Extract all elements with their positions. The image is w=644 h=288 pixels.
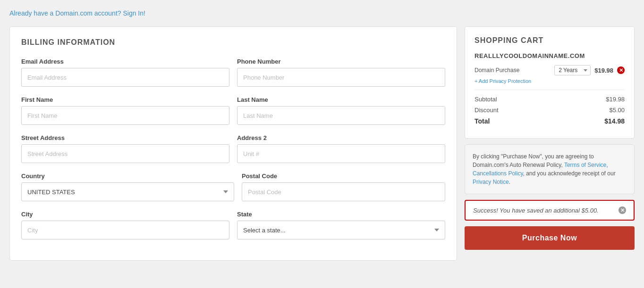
total-row: Total $14.98 (475, 117, 625, 125)
discount-label: Discount (475, 107, 499, 114)
country-label: Country (21, 173, 234, 180)
street-group: Street Address (21, 134, 229, 163)
subtotal-row: Subtotal $19.98 (475, 96, 625, 103)
success-close-button[interactable]: ✕ (619, 206, 626, 214)
city-label: City (21, 211, 229, 218)
cart-item-price: $19.98 (594, 67, 613, 74)
last-name-input[interactable] (237, 106, 445, 125)
city-group: City (21, 211, 229, 239)
email-group: Email Address (21, 58, 229, 87)
postal-group: Postal Code (242, 173, 445, 201)
domain-name: REALLLYCOOLDOMAINNAME.COM (475, 52, 625, 59)
city-input[interactable] (21, 221, 229, 239)
cancellations-link[interactable]: Cancellations Policy (473, 170, 523, 177)
state-group: State Select a state... Alabama Alaska C… (237, 211, 445, 239)
phone-label: Phone Number (237, 58, 445, 65)
success-message: Success! You have saved an additional $5… (473, 207, 599, 214)
cart-item-remove-button[interactable]: ✕ (617, 66, 625, 74)
privacy-link[interactable]: Privacy Notice (473, 179, 509, 185)
add-privacy-link[interactable]: + Add Privacy Protection (475, 78, 625, 84)
postal-input[interactable] (242, 182, 445, 201)
last-name-group: Last Name (237, 96, 445, 125)
cart-box: SHOPPING CART REALLLYCOOLDOMAINNAME.COM … (465, 26, 635, 139)
address-row: Street Address Address 2 (21, 134, 445, 163)
total-label: Total (475, 117, 490, 125)
cart-totals: Subtotal $19.98 Discount $5.00 Total $14… (475, 96, 625, 125)
country-select[interactable]: UNITED STATES CANADA UNITED KINGDOM (21, 182, 234, 201)
country-postal-row: Country UNITED STATES CANADA UNITED KING… (21, 173, 445, 201)
tos-link[interactable]: Terms of Service (564, 162, 606, 168)
policy-text-after: , and you acknowledge receipt of our (523, 170, 616, 177)
success-banner: Success! You have saved an additional $5… (465, 200, 635, 221)
email-label: Email Address (21, 58, 229, 65)
main-container: BILLING INFORMATION Email Address Phone … (9, 26, 635, 261)
name-row: First Name Last Name (21, 96, 445, 125)
cart-item-row: Domain Purchase 1 Year 2 Years 3 Years 5… (475, 65, 625, 75)
phone-group: Phone Number (237, 58, 445, 87)
billing-section: BILLING INFORMATION Email Address Phone … (9, 26, 457, 261)
policy-box: By clicking "Purchase Now", you are agre… (465, 144, 635, 194)
email-input[interactable] (21, 68, 229, 87)
years-dropdown[interactable]: 1 Year 2 Years 3 Years 5 Years 10 Years (554, 65, 591, 75)
cart-divider (475, 90, 625, 90)
subtotal-label: Subtotal (475, 96, 497, 103)
state-select[interactable]: Select a state... Alabama Alaska Califor… (237, 221, 445, 239)
address2-group: Address 2 (237, 134, 445, 163)
billing-title: BILLING INFORMATION (21, 38, 445, 47)
cart-item-label: Domain Purchase (475, 67, 551, 74)
city-state-row: City State Select a state... Alabama Ala… (21, 211, 445, 239)
address2-label: Address 2 (237, 134, 445, 141)
policy-comma: , (606, 162, 608, 168)
last-name-label: Last Name (237, 96, 445, 103)
discount-value: $5.00 (609, 107, 625, 114)
policy-period: . (509, 179, 510, 185)
cart-title: SHOPPING CART (475, 36, 625, 45)
purchase-now-button[interactable]: Purchase Now (465, 226, 635, 250)
first-name-input[interactable] (21, 106, 229, 125)
street-input[interactable] (21, 144, 229, 163)
state-label: State (237, 211, 445, 218)
first-name-group: First Name (21, 96, 229, 125)
email-phone-row: Email Address Phone Number (21, 58, 445, 87)
discount-row: Discount $5.00 (475, 107, 625, 114)
cart-section: SHOPPING CART REALLLYCOOLDOMAINNAME.COM … (465, 26, 635, 250)
subtotal-value: $19.98 (606, 96, 625, 103)
country-group: Country UNITED STATES CANADA UNITED KING… (21, 173, 234, 201)
total-value: $14.98 (604, 117, 625, 125)
first-name-label: First Name (21, 96, 229, 103)
street-label: Street Address (21, 134, 229, 141)
phone-input[interactable] (237, 68, 445, 87)
postal-label: Postal Code (242, 173, 445, 180)
sign-in-link[interactable]: Already have a Domain.com account? Sign … (9, 9, 635, 17)
address2-input[interactable] (237, 144, 445, 163)
